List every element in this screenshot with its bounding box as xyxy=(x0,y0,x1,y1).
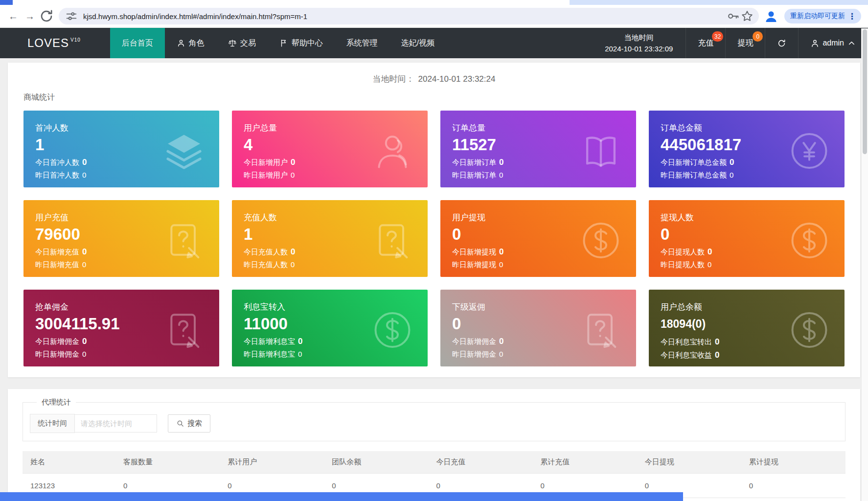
stats-panel: 当地时间：2024-10-01 23:32:24 商城统计 首冲人数 1 今日首… xyxy=(8,63,860,377)
dollar-circle-icon xyxy=(788,308,831,351)
col-header-team-balance: 团队余额 xyxy=(324,451,428,474)
stat-card-order-commission: 抢单佣金 3004115.91 今日新增佣金0 昨日新增佣金0 xyxy=(23,290,219,366)
nav-item-video[interactable]: 选妃/视频 xyxy=(389,28,446,58)
browser-menu-kebab-icon[interactable]: ⋮ xyxy=(845,11,859,22)
address-bar[interactable]: kjsd.hwym.shop/admin/index.html#/admin/i… xyxy=(59,8,759,24)
agent-stats-fieldset: 代理统计 统计时间 搜索 xyxy=(23,398,845,441)
stat-card-recharge-users: 充值人数 1 今日充值人数0 昨日充值人数0 xyxy=(232,200,428,277)
reload-button[interactable] xyxy=(38,8,55,24)
user-menu[interactable]: admin xyxy=(798,28,868,58)
scrollbar-thumb[interactable] xyxy=(863,29,867,154)
doc-question-icon xyxy=(579,308,622,351)
card-sub-value: 0 xyxy=(291,260,295,269)
nav-item-label: 选妃/视频 xyxy=(401,38,434,48)
card-sub-label: 今日新增订单总金额 xyxy=(661,158,727,166)
card-sub-label: 今日新增利息宝 xyxy=(244,337,295,345)
card-sub-label: 昨日新增用户 xyxy=(244,171,288,179)
book-icon xyxy=(579,129,622,172)
profile-avatar[interactable] xyxy=(763,8,779,24)
withdraw-button[interactable]: 提现 0 xyxy=(725,28,765,58)
person-icon xyxy=(177,39,185,47)
recharge-label: 充值 xyxy=(698,38,713,48)
card-sub-value: 0 xyxy=(82,337,87,346)
browser-update-button[interactable]: 重新启动即可更新 ⋮ xyxy=(784,9,861,23)
refresh-button[interactable] xyxy=(765,28,798,58)
nav-item-label: 系统管理 xyxy=(346,38,378,48)
stat-card-interest-in: 利息宝转入 11000 今日新增利息宝0 昨日新增利息宝0 xyxy=(232,290,428,366)
active-tab-top[interactable] xyxy=(13,0,570,5)
card-sub-label: 昨日新增订单总金额 xyxy=(661,171,727,179)
nav-item-system[interactable]: 系统管理 xyxy=(335,28,389,58)
card-sub-value: 0 xyxy=(730,158,734,167)
card-sub-value: 0 xyxy=(715,350,719,360)
card-sub-label: 昨日新增利息宝 xyxy=(244,350,295,358)
navbar-local-time: 当地时间 2024-10-01 23:32:09 xyxy=(592,28,685,58)
recharge-badge: 32 xyxy=(712,31,723,42)
app-navbar: LOVESV10 后台首页 角色 交易 帮助中心 系统管理 选妃/视频 当地时间… xyxy=(0,28,868,58)
card-sub-value: 0 xyxy=(708,247,712,256)
nav-item-roles[interactable]: 角色 xyxy=(165,28,216,58)
back-button[interactable]: ← xyxy=(5,8,22,24)
card-sub-label: 今日新增佣金 xyxy=(35,337,79,345)
browser-tab-strip xyxy=(0,0,868,5)
card-sub-value: 0 xyxy=(499,247,503,256)
chevron-up-icon xyxy=(847,39,856,48)
password-key-icon[interactable] xyxy=(727,9,740,23)
col-header-name: 姓名 xyxy=(23,451,115,474)
page-scrollbar[interactable] xyxy=(861,28,868,501)
user-icon xyxy=(810,39,820,48)
card-sub-value: 0 xyxy=(499,350,503,358)
card-sub-value: 0 xyxy=(708,260,711,269)
card-sub-label: 昨日新增提现 xyxy=(452,260,496,269)
user-icon xyxy=(371,129,414,172)
search-button[interactable]: 搜索 xyxy=(168,414,210,433)
stat-time-input[interactable] xyxy=(75,414,157,433)
forward-button[interactable]: → xyxy=(22,8,38,24)
browser-chrome: ← → kjsd.hwym.shop/admin/index.html#/adm… xyxy=(0,0,868,28)
nav-item-label: 角色 xyxy=(189,38,205,48)
stat-card-user-withdraw: 用户提现 0 今日新增提现0 昨日新增提现0 xyxy=(440,200,636,277)
site-info-icon[interactable] xyxy=(65,9,78,23)
nav-item-help-center[interactable]: 帮助中心 xyxy=(268,28,335,58)
card-sub-label: 今日新增佣金 xyxy=(452,337,496,345)
bookmark-star-icon[interactable] xyxy=(740,9,754,23)
col-header-total-users: 累计用户 xyxy=(220,451,324,474)
card-sub-label: 今日利息宝转出 xyxy=(661,338,712,346)
page-time-label: 当地时间： xyxy=(373,74,414,84)
stat-card-first-recharge-users: 首冲人数 1 今日首冲人数0 昨日首冲人数0 xyxy=(23,111,219,187)
cell-total-withdraw: 0 xyxy=(741,474,845,498)
nav-item-label: 后台首页 xyxy=(122,38,153,48)
agent-stats-legend: 代理统计 xyxy=(37,398,76,407)
dollar-circle-icon xyxy=(371,308,414,351)
stat-card-order-amount: 订单总金额 445061817 今日新增订单总金额0 昨日新增订单总金额0 xyxy=(649,111,845,187)
card-sub-label: 昨日首冲人数 xyxy=(35,171,79,179)
card-sub-label: 昨日新增订单 xyxy=(452,171,496,179)
recharge-button[interactable]: 充值 32 xyxy=(685,28,725,58)
card-sub-value: 0 xyxy=(298,350,302,358)
col-header-today-withdraw: 今日提现 xyxy=(637,451,741,474)
nav-item-trade[interactable]: 交易 xyxy=(216,28,268,58)
stat-card-total-users: 用户总量 4 今日新增用户0 昨日新增用户0 xyxy=(232,111,428,187)
card-sub-value: 0 xyxy=(291,247,295,256)
card-sub-value: 0 xyxy=(715,337,719,346)
bottom-blue-bar xyxy=(0,492,683,501)
navbar-right: 当地时间 2024-10-01 23:32:09 充值 32 提现 0 admi… xyxy=(592,28,868,58)
stat-card-sub-rebate: 下级返佣 0 今日新增佣金0 昨日新增佣金0 xyxy=(440,290,636,366)
card-sub-value: 0 xyxy=(82,158,87,167)
local-time-value: 2024-10-01 23:32:09 xyxy=(605,43,673,54)
nav-item-home[interactable]: 后台首页 xyxy=(110,28,165,58)
col-header-service-count: 客服数量 xyxy=(115,451,220,474)
stat-card-total-balance: 用户总余额 18094(0) 今日利息宝转出0 今日利息宝收益0 xyxy=(649,290,845,366)
card-sub-label: 今日新增用户 xyxy=(244,158,288,166)
card-sub-label: 今日新增订单 xyxy=(452,158,496,166)
url-text[interactable]: kjsd.hwym.shop/admin/index.html#/admin/i… xyxy=(83,12,727,21)
agent-panel: 代理统计 统计时间 搜索 姓名 客服数量 累计用户 团队余额 今日充值 累计充值 xyxy=(8,389,860,501)
brand-text: LOVES xyxy=(27,36,69,50)
withdraw-label: 提现 xyxy=(737,38,753,48)
card-sub-value: 0 xyxy=(499,337,503,346)
agent-table: 姓名 客服数量 累计用户 团队余额 今日充值 累计充值 今日提现 累计提现 12… xyxy=(23,451,845,498)
agent-filter-row: 统计时间 搜索 xyxy=(30,414,838,433)
card-sub-value: 0 xyxy=(291,171,295,179)
search-icon xyxy=(176,419,184,428)
main-menu: 后台首页 角色 交易 帮助中心 系统管理 选妃/视频 xyxy=(110,28,446,58)
